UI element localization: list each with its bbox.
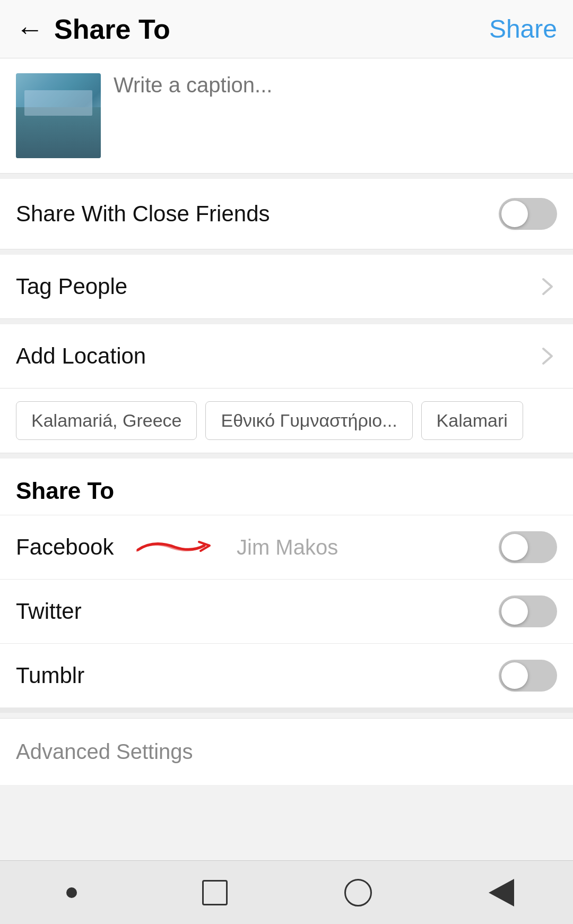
add-location-row[interactable]: Add Location bbox=[0, 324, 573, 388]
tumblr-toggle[interactable] bbox=[499, 660, 557, 692]
advanced-settings-section[interactable]: Advanced Settings bbox=[0, 718, 573, 785]
red-arrow-icon bbox=[133, 534, 218, 560]
nav-circle-icon bbox=[344, 879, 372, 906]
facebook-row: Facebook Jim Makos bbox=[0, 515, 573, 579]
toggle-knob bbox=[501, 201, 528, 227]
nav-item-circle[interactable] bbox=[337, 871, 379, 914]
nav-back-icon bbox=[489, 879, 514, 906]
photo-thumbnail bbox=[16, 73, 101, 158]
twitter-row: Twitter bbox=[0, 579, 573, 643]
header: ← Share To Share bbox=[0, 0, 573, 58]
tag-people-label: Tag People bbox=[16, 274, 127, 299]
divider-1 bbox=[0, 174, 573, 179]
location-chip-2[interactable]: Kalamari bbox=[421, 401, 523, 440]
nav-item-dot[interactable] bbox=[50, 871, 93, 914]
facebook-toggle-knob bbox=[501, 534, 528, 560]
share-button[interactable]: Share bbox=[489, 14, 557, 44]
page-title: Share To bbox=[54, 13, 489, 45]
share-to-header: Share To bbox=[0, 459, 573, 515]
caption-section bbox=[0, 58, 573, 174]
nav-item-square[interactable] bbox=[194, 871, 236, 914]
close-friends-row: Share With Close Friends bbox=[0, 179, 573, 249]
facebook-label: Facebook bbox=[16, 534, 122, 560]
facebook-toggle[interactable] bbox=[499, 531, 557, 563]
divider-5 bbox=[0, 707, 573, 713]
facebook-username: Jim Makos bbox=[237, 536, 499, 559]
caption-input[interactable] bbox=[114, 73, 557, 97]
close-friends-label: Share With Close Friends bbox=[16, 201, 270, 227]
tumblr-label: Tumblr bbox=[16, 663, 122, 688]
chevron-right-icon bbox=[538, 277, 557, 296]
back-button[interactable]: ← bbox=[16, 13, 44, 45]
chevron-right-icon-2 bbox=[538, 347, 557, 366]
location-chips-list: Kalamariá, Greece Εθνικό Γυμναστήριο... … bbox=[16, 401, 557, 440]
location-chip-1[interactable]: Εθνικό Γυμναστήριο... bbox=[205, 401, 412, 440]
nav-item-back[interactable] bbox=[480, 871, 523, 914]
bottom-nav bbox=[0, 860, 573, 924]
tumblr-row: Tumblr bbox=[0, 643, 573, 707]
add-location-label: Add Location bbox=[16, 343, 146, 369]
twitter-toggle-knob bbox=[501, 598, 528, 625]
caption-input-area[interactable] bbox=[114, 73, 557, 97]
tumblr-toggle-knob bbox=[501, 662, 528, 689]
divider-2 bbox=[0, 249, 573, 255]
divider-3 bbox=[0, 319, 573, 324]
share-to-section: Share To Facebook Jim Makos T bbox=[0, 459, 573, 707]
thumbnail-image bbox=[16, 73, 101, 158]
nav-square-icon bbox=[202, 880, 228, 905]
divider-4 bbox=[0, 453, 573, 459]
twitter-toggle[interactable] bbox=[499, 595, 557, 627]
twitter-label: Twitter bbox=[16, 599, 122, 624]
location-chip-0[interactable]: Kalamariá, Greece bbox=[16, 401, 197, 440]
red-arrow-annotation bbox=[133, 534, 218, 560]
close-friends-toggle[interactable] bbox=[499, 198, 557, 230]
share-to-title: Share To bbox=[16, 478, 114, 504]
nav-dot-icon bbox=[66, 887, 77, 898]
tag-people-row[interactable]: Tag People bbox=[0, 255, 573, 319]
page-content: ← Share To Share Share With Close Friend… bbox=[0, 0, 573, 854]
advanced-settings-label: Advanced Settings bbox=[16, 740, 193, 763]
location-chips-section: Kalamariá, Greece Εθνικό Γυμναστήριο... … bbox=[0, 388, 573, 453]
